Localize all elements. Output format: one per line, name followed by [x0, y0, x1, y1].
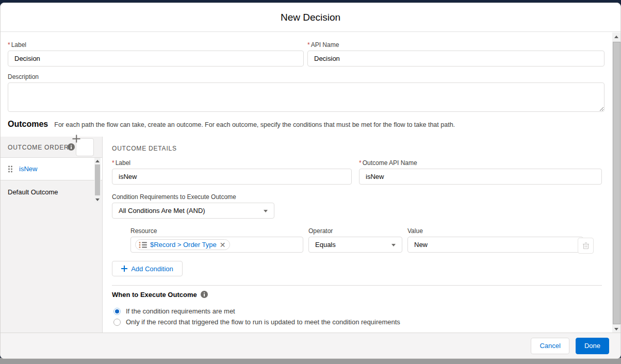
value-field-group: Value: [407, 227, 583, 253]
condition-requirements-value: All Conditions Are Met (AND): [119, 207, 205, 214]
condition-requirements-label: Condition Requirements to Execute Outcom…: [112, 193, 274, 201]
outcomes-heading-row: Outcomes For each path the flow can take…: [8, 120, 606, 129]
condition-requirements-select[interactable]: All Conditions Are Met (AND): [112, 203, 274, 219]
description-field-group: Description: [8, 73, 604, 114]
outcome-api-field-group: *Outcome API Name: [359, 159, 602, 185]
outcome-list-item-default[interactable]: Default Outcome: [1, 180, 102, 203]
delete-condition-button[interactable]: [578, 238, 594, 254]
chevron-down-icon: [264, 210, 268, 212]
api-name-field-group: *API Name: [307, 41, 604, 67]
resource-pill[interactable]: $Record > Order Type ✕: [135, 239, 230, 250]
resource-combobox[interactable]: $Record > Order Type ✕: [130, 237, 303, 253]
api-name-field-label: *API Name: [307, 41, 604, 48]
outcome-label-input[interactable]: [112, 169, 352, 185]
drag-handle-icon[interactable]: [8, 165, 13, 173]
required-marker: *: [307, 41, 310, 48]
outcome-api-input[interactable]: [359, 169, 602, 185]
radio-option-label: If the condition requirements are met: [126, 307, 235, 315]
radio-option-label: Only if the record that triggered the fl…: [126, 318, 400, 326]
remove-resource-icon[interactable]: ✕: [220, 241, 226, 249]
outcomes-panel: OUTCOME ORDER isNew Default Outcome: [1, 137, 612, 334]
resource-label: Resource: [130, 227, 303, 235]
outcomes-helper-text: For each path the flow can take, create …: [54, 121, 455, 128]
add-condition-label: Add Condition: [131, 265, 173, 273]
value-input[interactable]: [407, 237, 583, 253]
add-outcome-button[interactable]: [76, 138, 94, 156]
new-decision-dialog: New Decision *Label *API Name Descriptio…: [0, 3, 621, 359]
scroll-down-icon: [614, 328, 618, 330]
when-to-execute-info-icon[interactable]: [201, 291, 208, 298]
chevron-down-icon: [391, 244, 396, 246]
label-input[interactable]: [8, 51, 304, 67]
required-marker: *: [112, 159, 115, 167]
required-marker: *: [359, 159, 362, 167]
section-divider: [112, 285, 602, 286]
cancel-button[interactable]: Cancel: [531, 338, 569, 354]
outcome-list-scrollbar[interactable]: [94, 158, 101, 203]
trash-icon: [582, 242, 590, 250]
outcome-list-item-isnew[interactable]: isNew: [1, 158, 102, 180]
dialog-title: New Decision: [281, 12, 340, 23]
scroll-up-icon: [614, 36, 618, 38]
outcomes-heading: Outcomes: [8, 120, 48, 129]
required-marker: *: [8, 41, 10, 48]
when-to-execute-label: When to Execute Outcome: [112, 291, 208, 299]
scroll-up-icon: [95, 160, 100, 162]
radio-option-conditions-met[interactable]: If the condition requirements are met: [113, 307, 235, 315]
outcome-order-title: OUTCOME ORDER: [8, 144, 69, 151]
radio-unselected-icon[interactable]: [113, 319, 121, 326]
dialog-footer: Cancel Done: [1, 333, 620, 358]
scrollbar-thumb[interactable]: [95, 164, 100, 195]
condition-requirements-group: Condition Requirements to Execute Outcom…: [112, 193, 274, 219]
description-field-label: Description: [8, 73, 604, 80]
outcome-order-sidebar: OUTCOME ORDER isNew Default Outcome: [1, 137, 103, 334]
operator-value: Equals: [315, 241, 336, 249]
dialog-header: New Decision: [1, 3, 620, 32]
description-textarea[interactable]: [8, 82, 604, 112]
outcome-label-field-label: *Label: [112, 159, 352, 167]
resource-field-group: Resource $Record > Order Type ✕: [130, 227, 303, 253]
record-variable-icon: [139, 241, 147, 249]
operator-select[interactable]: Equals: [308, 237, 402, 253]
outcome-details-panel: OUTCOME DETAILS *Label *Outcome API Name…: [103, 137, 612, 334]
outcome-list: isNew Default Outcome: [1, 158, 102, 203]
radio-selected-icon[interactable]: [113, 308, 121, 315]
done-button[interactable]: Done: [576, 338, 609, 354]
modal-backdrop: New Decision *Label *API Name Descriptio…: [0, 0, 621, 364]
scrollbar-thumb[interactable]: [613, 42, 620, 324]
outcome-order-info-icon[interactable]: [68, 143, 75, 151]
outcome-api-field-label: *Outcome API Name: [359, 159, 602, 167]
label-field-group: *Label: [8, 41, 304, 67]
label-field-label: *Label: [8, 41, 304, 48]
dialog-scrollbar[interactable]: [612, 32, 621, 334]
operator-label: Operator: [308, 227, 402, 235]
api-name-input[interactable]: [307, 51, 604, 67]
scroll-down-icon: [95, 198, 100, 201]
outcome-label-field-group: *Label: [112, 159, 352, 185]
outcome-details-title: OUTCOME DETAILS: [112, 145, 177, 152]
outcome-item-label: isNew: [19, 165, 37, 173]
outcome-item-label: Default Outcome: [8, 188, 58, 196]
resource-pill-label: $Record > Order Type: [150, 241, 217, 249]
outcome-order-header: OUTCOME ORDER: [1, 137, 102, 158]
operator-field-group: Operator Equals: [308, 227, 402, 253]
value-label: Value: [407, 227, 583, 235]
radio-option-record-updated[interactable]: Only if the record that triggered the fl…: [113, 318, 400, 326]
plus-icon: [121, 266, 127, 272]
add-condition-button[interactable]: Add Condition: [112, 261, 183, 276]
